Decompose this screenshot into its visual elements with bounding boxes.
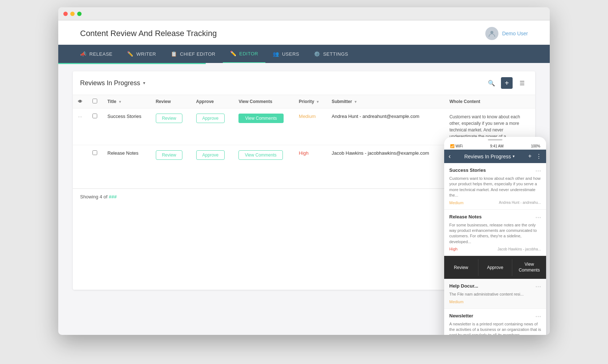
review-button[interactable]: Review [156, 150, 182, 160]
review-button[interactable]: Review [156, 114, 182, 123]
row-checkbox[interactable] [92, 114, 97, 118]
row-title-cell: Success Stories [102, 108, 151, 145]
mobile-nav-title: Reviews In Progress ▾ [464, 154, 514, 159]
settings-icon: ⚙️ [314, 51, 320, 57]
search-button[interactable]: 🔍 [486, 77, 497, 89]
row-options-cell: ··· [73, 108, 87, 145]
row-options-cell [73, 145, 87, 189]
row-checkbox-cell [87, 108, 102, 145]
user-area: Demo User [485, 27, 528, 40]
row-options-icon[interactable]: ··· [78, 114, 82, 119]
table-toolbar: Reviews In Progress ▾ 🔍 + ☰ [73, 71, 535, 95]
add-button[interactable]: + [501, 77, 513, 89]
view-comments-button[interactable]: View Comments [238, 150, 283, 160]
th-title[interactable]: Title ▾ [102, 95, 151, 108]
title-sort-icon: ▾ [119, 100, 121, 104]
priority-badge: Medium [299, 114, 316, 119]
mobile-signal: 📶 WiFi [450, 144, 463, 148]
row-checkbox[interactable] [92, 150, 97, 155]
approve-button[interactable]: Approve [196, 114, 225, 123]
nav-item-editor[interactable]: ✏️ EDITOR [223, 45, 265, 63]
row-view-comments-cell: View Comments [233, 108, 293, 145]
mobile-add-icon[interactable]: + [528, 153, 532, 160]
th-priority[interactable]: Priority ▾ [294, 95, 327, 108]
th-checkbox [87, 95, 102, 108]
nav-item-chief-editor[interactable]: 📋 CHIEF EDITOR [163, 45, 223, 63]
mobile-nav-bar: ‹ Reviews In Progress ▾ + ⋮ [444, 150, 546, 163]
svg-point-0 [490, 31, 493, 34]
th-eye: 👁 [73, 95, 87, 108]
mobile-nav-icons: + ⋮ [528, 153, 542, 160]
list-item[interactable]: Success Stories ⋯ Customers want to know… [444, 163, 546, 210]
chief-editor-icon: 📋 [171, 51, 177, 57]
th-approve: Approve [191, 95, 234, 108]
list-item[interactable]: Newsletter ⋯ A newsletter is a printed r… [444, 309, 546, 335]
nav-accent [58, 63, 550, 64]
user-name: Demo User [502, 31, 528, 36]
app-title: Content Review And Release Tracking [80, 29, 217, 38]
mobile-list: Success Stories ⋯ Customers want to know… [444, 163, 546, 335]
mobile-review-btn[interactable]: Review [444, 259, 478, 276]
submitter-sort-icon: ▾ [355, 100, 356, 104]
eye-icon: 👁 [78, 99, 82, 104]
mobile-overlay: 📶 WiFi 9:41 AM 100% ‹ Reviews In Progres… [444, 137, 546, 335]
row-checkbox-cell [87, 145, 102, 189]
mobile-item-options-icon[interactable]: ⋯ [535, 214, 541, 221]
footer-count: ### [109, 194, 117, 199]
mobile-priority-badge: High [449, 247, 458, 251]
th-whole-content: Whole Content [444, 95, 535, 108]
mobile-item-options-icon[interactable]: ⋯ [535, 167, 541, 174]
editor-icon: ✏️ [230, 51, 237, 56]
dropdown-arrow-icon[interactable]: ▾ [143, 80, 145, 86]
menu-button[interactable]: ☰ [516, 77, 528, 89]
row-view-comments-cell: View Comments [233, 145, 293, 189]
mobile-item-options-icon[interactable]: ⋯ [535, 313, 541, 320]
th-view-comments: View Comments [233, 95, 293, 108]
mobile-more-icon[interactable]: ⋮ [536, 153, 542, 160]
app-header: Content Review And Release Tracking Demo… [58, 20, 550, 45]
nav-bar: 📣 RELEASE ✏️ WRITER 📋 CHIEF EDITOR ✏️ ED… [58, 45, 550, 63]
row-submitter-cell: Jacob Hawkins - jacobhawkins@example.com [327, 145, 444, 189]
select-all-checkbox[interactable] [92, 99, 97, 103]
row-submitter-cell: Andrea Hunt - andreahunt@example.com [327, 108, 444, 145]
maximize-btn[interactable] [77, 12, 82, 16]
mac-titlebar [58, 7, 550, 20]
mobile-time: 9:41 AM [490, 144, 504, 148]
list-item[interactable]: Help Docur... ⋯ The File nam administrat… [444, 279, 546, 308]
view-comments-button[interactable]: View Comments [238, 114, 283, 123]
list-item[interactable]: Release Notes ⋯ For some businesses, rel… [444, 210, 546, 256]
minimize-btn[interactable] [70, 12, 75, 16]
th-review: Review [151, 95, 191, 108]
mobile-priority-badge: Medium [449, 300, 463, 304]
writer-icon: ✏️ [127, 51, 134, 57]
mobile-action-bar: Review Approve ViewComments [444, 256, 546, 279]
nav-item-release[interactable]: 📣 RELEASE [73, 45, 120, 63]
mobile-dropdown-icon: ▾ [513, 154, 515, 159]
toolbar-right: 🔍 + ☰ [486, 77, 528, 89]
row-review-cell: Review [151, 145, 191, 189]
mobile-priority-badge: Medium [449, 201, 463, 205]
close-btn[interactable] [63, 12, 68, 16]
mobile-back-icon[interactable]: ‹ [449, 153, 451, 160]
row-priority-cell: Medium [294, 108, 327, 145]
mobile-battery: 100% [531, 144, 540, 148]
main-content: Reviews In Progress ▾ 🔍 + ☰ 👁 [73, 71, 535, 290]
mobile-status-bar: 📶 WiFi 9:41 AM 100% [444, 141, 546, 150]
priority-badge: High [299, 150, 309, 156]
row-title-cell: Release Notes [102, 145, 151, 189]
avatar [485, 27, 498, 40]
users-icon: 👥 [273, 51, 279, 57]
nav-item-settings[interactable]: ⚙️ SETTINGS [307, 45, 356, 63]
priority-sort-icon: ▾ [317, 100, 319, 104]
nav-item-writer[interactable]: ✏️ WRITER [120, 45, 163, 63]
mobile-notch [488, 139, 502, 141]
release-icon: 📣 [80, 51, 87, 57]
row-priority-cell: High [294, 145, 327, 189]
mobile-view-comments-btn[interactable]: ViewComments [512, 256, 546, 279]
row-approve-cell: Approve [191, 145, 234, 189]
th-submitter[interactable]: Submitter ▾ [327, 95, 444, 108]
mobile-approve-btn[interactable]: Approve [478, 259, 513, 276]
nav-item-users[interactable]: 👥 USERS [265, 45, 307, 63]
approve-button[interactable]: Approve [196, 150, 225, 160]
mobile-item-options-icon[interactable]: ⋯ [535, 283, 541, 290]
